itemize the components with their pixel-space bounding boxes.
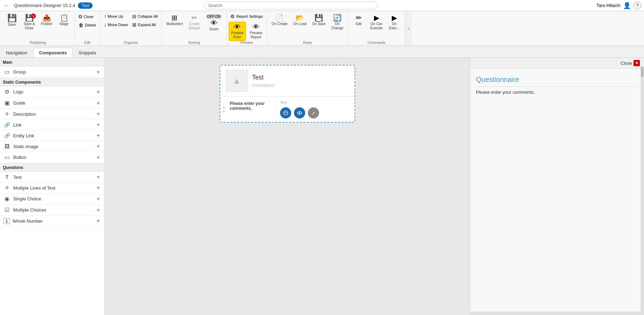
sidebar-item-multiple-choices[interactable]: ☑ Multiple Choices + <box>0 205 104 216</box>
report-settings-icon: ⚙ <box>230 14 235 19</box>
sidebar-item-link[interactable]: 🔗 Link + <box>0 120 104 130</box>
single-choice-add-button[interactable]: + <box>95 196 101 202</box>
ribbon-group-rules: 📄 On Create 📂 On Load 💾 On Save 🔄 OnChan… <box>267 11 348 45</box>
sidebar-item-button[interactable]: ▭ Button + <box>0 152 104 163</box>
sidebar-item-entity-link[interactable]: 🔗 Entity Link + <box>0 130 104 141</box>
close-x-icon: ✕ <box>634 60 640 66</box>
back-button[interactable]: ← <box>3 1 11 10</box>
search-input[interactable] <box>204 1 377 9</box>
button-label: Button <box>13 155 93 160</box>
preview-panel: Close ✕ Questionnaire Please enter your … <box>470 58 644 315</box>
close-badge: ✕ <box>31 14 36 18</box>
logo-label: Logo <box>13 89 93 94</box>
multiple-lines-add-button[interactable]: + <box>95 185 101 191</box>
on-execute-button[interactable]: ▶ OnExec... <box>386 13 403 32</box>
on-load-button[interactable]: 📂 On Load <box>291 13 309 28</box>
move-up-button[interactable]: ↑ Move Up <box>102 13 130 20</box>
button-add-button[interactable]: + <box>95 154 101 161</box>
guide-add-button[interactable]: + <box>95 100 101 106</box>
multiselect-button[interactable]: ⊞ Multiselect <box>164 13 185 28</box>
entity-link-add-button[interactable]: + <box>95 132 101 139</box>
user-name: Taro Hitachi <box>596 3 620 8</box>
link-add-button[interactable]: + <box>95 122 101 128</box>
sidebar-item-group[interactable]: ▭ Group + <box>0 67 104 78</box>
on-change-button[interactable]: 🔄 OnChange <box>329 13 346 32</box>
ribbon-group-preview: ⚙ Report Settings 👁 PreviewForm 👁 Previe… <box>226 11 267 45</box>
canvas-area: ▲ Test Description ▲ ▼ Please enter your… <box>104 58 470 315</box>
preview-form-button[interactable]: 👁 PreviewForm <box>229 22 246 41</box>
whole-number-add-button[interactable]: + <box>95 218 101 224</box>
sidebar-item-guide[interactable]: ▣ Guide + <box>0 98 104 109</box>
sidebar-item-static-image[interactable]: 🖼 Static Image + <box>0 141 104 152</box>
score-icon: 👁 <box>210 20 217 26</box>
text-add-button[interactable]: + <box>95 174 101 180</box>
tab-snippets[interactable]: Snippets <box>73 48 102 57</box>
sidebar-item-single-choice[interactable]: ◉ Single Choice + <box>0 193 104 205</box>
multiple-lines-label: Multiple Lines of Text <box>13 185 93 191</box>
edit-cmd-button[interactable]: ✏ Edit <box>350 13 367 28</box>
scoring-label: Scoring <box>188 41 200 45</box>
score-button[interactable]: OFF ON 👁 Score <box>204 13 224 33</box>
edit-cmd-icon: ✏ <box>356 14 362 21</box>
answer-icon-mask[interactable] <box>280 107 291 118</box>
answer-icon-visibility[interactable] <box>294 107 305 118</box>
form-title-area: Test Description <box>252 74 275 88</box>
sidebar-item-description[interactable]: ≡ Description + <box>0 109 104 120</box>
on-create-button[interactable]: 📄 On Create <box>269 13 290 28</box>
on-can-execute-button[interactable]: ▶ On CanExecute <box>368 13 385 32</box>
preview-scrollbar-right[interactable] <box>641 66 644 315</box>
multiple-choices-add-button[interactable]: + <box>95 207 101 213</box>
whole-number-icon: 1 <box>3 218 10 224</box>
static-image-icon: 🖼 <box>3 144 10 149</box>
tab-components[interactable]: Components <box>33 48 72 57</box>
expand-all-button[interactable]: ⊞ Expand All <box>130 21 159 29</box>
preview-scrollbar-thumb <box>641 67 644 77</box>
clone-button[interactable]: ⧉ Clone <box>77 13 98 21</box>
on-create-icon: 📄 <box>275 14 284 21</box>
sidebar-item-whole-number[interactable]: 1 Whole Number + <box>0 216 104 226</box>
move-down-button[interactable]: ↓ Move Down <box>102 21 130 29</box>
tab-navigation[interactable]: Navigation <box>0 48 33 57</box>
description-add-button[interactable]: + <box>95 111 101 117</box>
stage-button[interactable]: 📋 Stage <box>56 13 72 28</box>
answer-icon-edit[interactable] <box>308 107 319 118</box>
sidebar-item-multiple-lines[interactable]: ≡ Multiple Lines of Text + <box>0 183 104 193</box>
move-down-icon: ↓ <box>104 22 106 28</box>
preview-report-button[interactable]: 👁 PreviewReport <box>247 22 265 41</box>
preview-form-icon: 👁 <box>234 23 241 30</box>
collapse-all-button[interactable]: ⊟ Collapse All <box>130 13 159 20</box>
edit-label: Edit <box>84 41 90 45</box>
save-close-button[interactable]: 💾 ✕ Save &Close <box>21 13 38 32</box>
preview-report-icon: 👁 <box>253 23 260 30</box>
group-add-button[interactable]: + <box>95 69 101 75</box>
delete-button[interactable]: 🗑 Delete <box>77 21 98 29</box>
close-preview-button[interactable]: Close ✕ <box>619 59 642 67</box>
close-label: Close <box>621 61 632 66</box>
expand-icon: ⊞ <box>132 22 136 28</box>
on-save-button[interactable]: 💾 On Save <box>310 13 328 28</box>
on-save-icon: 💾 <box>315 14 323 21</box>
score-toggle: OFF ON <box>206 14 222 19</box>
arrow-up: ▲ <box>222 105 226 109</box>
publish-icon: 📤 <box>42 14 51 21</box>
organize-label: Organize <box>124 41 138 45</box>
sidebar-item-logo[interactable]: ⚙ Logo + <box>0 86 104 98</box>
group-label: Group <box>13 69 93 75</box>
sidebar-item-text[interactable]: T Text + <box>0 172 104 183</box>
create-snippet-button[interactable]: ✂ CreateSnippet <box>186 13 203 32</box>
help-button[interactable]: ? <box>634 2 641 9</box>
single-choice-icon: ◉ <box>3 195 10 202</box>
test-tab[interactable]: Test <box>78 2 93 9</box>
save-button[interactable]: 💾 Save <box>3 13 20 29</box>
save-icon: 💾 <box>7 14 17 22</box>
publish-button[interactable]: 📤 Publish <box>38 13 55 28</box>
ribbon-scroll-right[interactable]: › <box>405 11 412 45</box>
on-execute-icon: ▶ <box>392 14 397 21</box>
static-image-add-button[interactable]: + <box>95 143 101 149</box>
section-questions-header: Questions <box>0 163 104 172</box>
logo-add-button[interactable]: + <box>95 89 101 95</box>
guide-icon: ▣ <box>3 100 10 106</box>
report-settings-button[interactable]: ⚙ Report Settings <box>229 13 264 20</box>
description-icon: ≡ <box>3 111 10 117</box>
svg-point-2 <box>299 112 300 114</box>
